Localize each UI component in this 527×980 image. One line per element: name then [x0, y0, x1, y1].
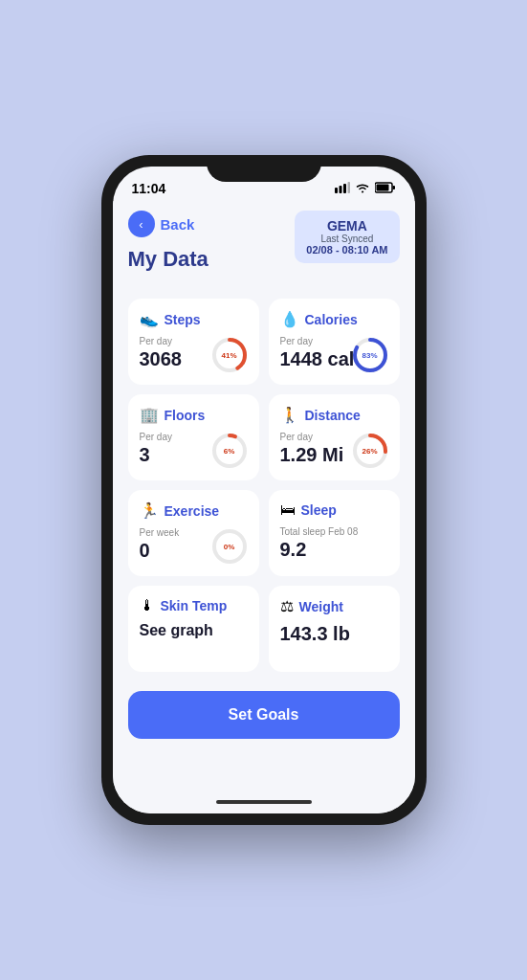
- notch: [207, 155, 321, 182]
- sync-box: GEMA Last Synced 02/08 - 08:10 AM: [295, 211, 399, 263]
- card-title-skin-temp: Skin Temp: [161, 598, 228, 613]
- home-bar: [216, 800, 312, 804]
- page-title: My Data: [128, 247, 209, 272]
- phone-frame: 11:04: [101, 155, 427, 825]
- card-header-steps: 👟 Steps: [140, 310, 248, 328]
- back-button[interactable]: ‹ Back: [128, 211, 209, 237]
- card-title-distance: Distance: [305, 408, 361, 423]
- header-row: ‹ Back My Data GEMA Last Synced 02/08 - …: [128, 211, 400, 285]
- card-header-weight: ⚖ Weight: [280, 597, 388, 615]
- card-icon-distance: 🚶: [280, 406, 299, 424]
- battery-icon: [375, 180, 396, 197]
- card-title-floors: Floors: [165, 408, 206, 423]
- card-title-calories: Calories: [305, 312, 358, 327]
- svg-point-4: [362, 191, 363, 193]
- sync-name: GEMA: [306, 218, 387, 234]
- set-goals-button[interactable]: Set Goals: [128, 691, 400, 739]
- cards-grid: 👟 Steps Per day 3068 41% 💧 Calories Per …: [128, 299, 400, 672]
- card-weight[interactable]: ⚖ Weight 143.3 lb: [269, 586, 400, 672]
- card-calories[interactable]: 💧 Calories Per day 1448 cal 83%: [269, 299, 400, 385]
- donut-label-distance: 26%: [362, 447, 377, 456]
- wifi-icon: [355, 180, 370, 197]
- home-indicator: [113, 791, 415, 813]
- svg-rect-1: [339, 186, 341, 193]
- svg-rect-6: [392, 186, 395, 189]
- card-title-weight: Weight: [299, 599, 343, 614]
- card-icon-exercise: 🏃: [140, 501, 159, 520]
- card-sleep[interactable]: 🛏 Sleep Total sleep Feb 08 9.2: [269, 490, 400, 576]
- left-header: ‹ Back My Data: [128, 211, 209, 285]
- donut-label-floors: 6%: [224, 447, 235, 456]
- card-icon-sleep: 🛏: [280, 501, 296, 519]
- donut-label-calories: 83%: [362, 351, 377, 360]
- back-circle-icon: ‹: [128, 211, 155, 237]
- card-icon-floors: 🏢: [140, 406, 159, 424]
- svg-rect-2: [343, 184, 346, 193]
- card-label-sleep: Total sleep Feb 08: [280, 526, 388, 537]
- card-icon-steps: 👟: [140, 310, 159, 328]
- sync-label: Last Synced: [306, 234, 387, 244]
- card-title-sleep: Sleep: [301, 502, 337, 518]
- back-label: Back: [161, 216, 195, 233]
- card-header-skin-temp: 🌡 Skin Temp: [140, 597, 248, 614]
- svg-rect-7: [376, 185, 388, 191]
- card-distance[interactable]: 🚶 Distance Per day 1.29 Mi 26%: [269, 394, 400, 480]
- donut-label-exercise: 0%: [224, 543, 235, 551]
- card-header-sleep: 🛏 Sleep: [280, 501, 388, 519]
- content-scroll: ‹ Back My Data GEMA Last Synced 02/08 - …: [113, 201, 415, 791]
- card-value-sleep: 9.2: [280, 539, 388, 561]
- donut-exercise: 0%: [209, 526, 250, 567]
- card-header-calories: 💧 Calories: [280, 310, 388, 328]
- card-value-skin-temp: See graph: [140, 622, 248, 639]
- svg-rect-3: [347, 182, 350, 193]
- card-header-exercise: 🏃 Exercise: [140, 501, 248, 520]
- phone-screen: 11:04: [113, 167, 415, 813]
- card-icon-weight: ⚖: [280, 597, 294, 615]
- card-header-distance: 🚶 Distance: [280, 406, 388, 424]
- sync-date: 02/08 - 08:10 AM: [306, 244, 387, 256]
- card-exercise[interactable]: 🏃 Exercise Per week 0 0%: [128, 490, 259, 576]
- card-skin-temp[interactable]: 🌡 Skin Temp See graph: [128, 586, 259, 672]
- card-title-exercise: Exercise: [165, 503, 220, 519]
- donut-floors: 6%: [209, 431, 250, 471]
- status-icons: [335, 180, 396, 197]
- card-icon-skin-temp: 🌡: [140, 597, 155, 614]
- card-floors[interactable]: 🏢 Floors Per day 3 6%: [128, 394, 259, 480]
- svg-rect-0: [335, 188, 338, 193]
- card-value-weight: 143.3 lb: [280, 623, 388, 645]
- donut-label-steps: 41%: [221, 351, 236, 360]
- card-header-floors: 🏢 Floors: [140, 406, 248, 424]
- card-icon-calories: 💧: [280, 310, 299, 328]
- card-title-steps: Steps: [165, 312, 201, 327]
- status-time: 11:04: [132, 181, 166, 196]
- donut-distance: 26%: [350, 431, 390, 471]
- card-steps[interactable]: 👟 Steps Per day 3068 41%: [128, 299, 259, 385]
- donut-calories: 83%: [350, 335, 390, 375]
- donut-steps: 41%: [209, 335, 250, 375]
- signal-icon: [335, 180, 350, 197]
